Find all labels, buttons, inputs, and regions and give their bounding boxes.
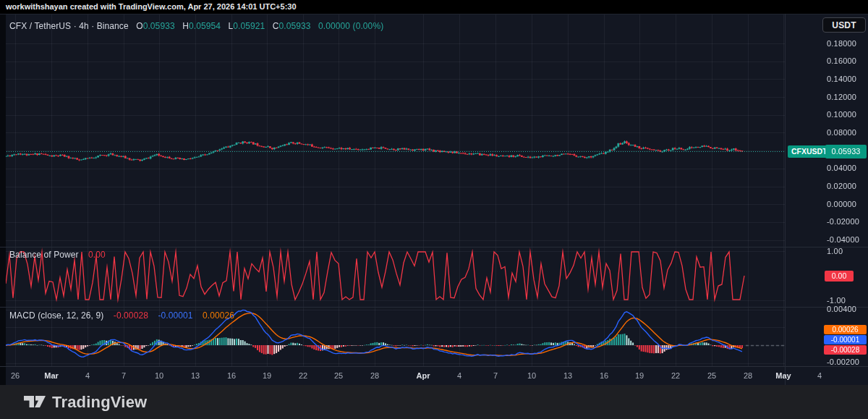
time-tick: Apr	[417, 366, 430, 385]
ohlc-open: O0.05933	[136, 21, 175, 31]
macd-line-value: -0.00001	[158, 310, 192, 321]
scale-tick: 0.14000	[827, 75, 856, 83]
pane-separator-macd[interactable]	[0, 307, 868, 308]
scale-tick: 0.04000	[827, 164, 856, 172]
tradingview-logo[interactable]: TradingView	[24, 385, 147, 419]
scale-tick: -1.00	[827, 296, 846, 305]
time-tick: 7	[493, 366, 498, 385]
scale-tick: 0.02000	[827, 182, 856, 190]
bop-legend[interactable]: Balance of Power 0.00	[9, 250, 106, 260]
macd-signal-value: 0.00026	[203, 310, 234, 321]
macd-value-badge: -0.00001	[824, 335, 867, 344]
time-tick: 13	[563, 366, 572, 385]
tradingview-screenshot: workwithshayan created with TradingView.…	[0, 0, 868, 419]
time-tick: 28	[744, 366, 752, 385]
bop-value: 0.00	[88, 250, 106, 260]
watermark-text: workwithshayan created with TradingView.…	[0, 0, 868, 14]
last-price-badge: 0.05933	[825, 145, 867, 158]
time-tick: 25	[334, 366, 343, 385]
tradingview-logo-icon	[24, 396, 46, 408]
watermark-bar: workwithshayan created with TradingView.…	[0, 0, 868, 14]
time-tick: 22	[671, 366, 680, 385]
scale-tick: 0.18000	[827, 39, 856, 48]
time-tick: 25	[707, 366, 716, 385]
time-axis[interactable]: 26Mar4710131619222528Apr4710131619222528…	[0, 366, 868, 385]
time-tick: 19	[635, 366, 644, 385]
ohlc-close: C0.05933	[273, 21, 311, 31]
macd-label: MACD (close, 12, 26, 9)	[9, 310, 103, 321]
chart-top-border	[0, 14, 868, 14]
time-tick: 13	[191, 366, 200, 385]
scale-tick: -0.02000	[827, 217, 859, 226]
time-tick: 4	[457, 366, 461, 385]
time-tick: 22	[299, 366, 307, 385]
symbol-legend[interactable]: CFX / TetherUS · 4h · Binance O0.05933 H…	[9, 21, 388, 31]
macd-legend[interactable]: MACD (close, 12, 26, 9) -0.00028 -0.0000…	[9, 310, 242, 321]
time-tick: 28	[370, 366, 379, 385]
left-edge	[0, 14, 6, 385]
macd-badges: 0.00026-0.00001-0.00028	[824, 325, 867, 355]
time-tick: 16	[600, 366, 608, 385]
bop-value-badge: 0.00	[825, 271, 854, 282]
time-tick: 26	[11, 366, 20, 385]
scale-tick: 0.00000	[827, 200, 856, 208]
scale-tick: 0.08000	[827, 128, 856, 137]
bop-label: Balance of Power	[9, 250, 79, 260]
time-tick: 19	[263, 366, 271, 385]
scale-tick: 0.00400	[827, 305, 856, 313]
ohlc-low: L0.05921	[228, 21, 265, 31]
macd-value-badge: -0.00028	[824, 345, 867, 355]
time-tick: May	[775, 366, 791, 385]
currency-toggle-button[interactable]: USDT	[822, 17, 866, 33]
symbol-price-label: CFXUSDT	[788, 145, 831, 158]
pane-separator-bop[interactable]	[0, 247, 868, 247]
scale-tick: 1.00	[827, 247, 843, 255]
symbol-title: CFX / TetherUS · 4h · Binance	[9, 21, 129, 31]
time-tick: 10	[527, 366, 536, 385]
tradingview-logo-text: TradingView	[52, 393, 147, 412]
time-tick: 7	[122, 366, 126, 385]
time-tick: 10	[155, 366, 163, 385]
scale-tick: -0.04000	[827, 235, 859, 244]
time-tick: 16	[227, 366, 236, 385]
ohlc-high: H0.05954	[182, 21, 221, 31]
time-tick: Mar	[44, 366, 59, 385]
time-tick: 4	[817, 366, 822, 385]
macd-hist-value: -0.00028	[114, 310, 148, 321]
change-value: 0.00000 (0.00%)	[318, 21, 383, 31]
footer-bar: TradingView	[0, 385, 868, 419]
scale-tick: 0.16000	[827, 56, 856, 65]
scale-tick: 0.12000	[827, 93, 856, 101]
scale-tick: -0.00200	[827, 357, 859, 366]
scale-tick: 0.10000	[827, 110, 856, 119]
macd-value-badge: 0.00026	[824, 325, 867, 334]
time-tick: 4	[85, 366, 90, 385]
